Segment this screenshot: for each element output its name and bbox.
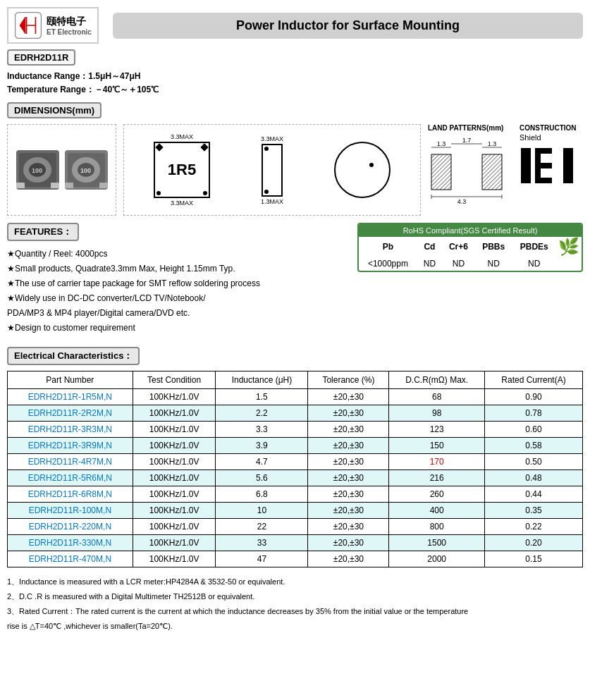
cell-part-number: EDRH2D11R-2R2M,N xyxy=(8,405,133,422)
cell-part-number: EDRH2D11R-3R9M,N xyxy=(8,438,133,454)
cell-tolerance: ±20,±30 xyxy=(308,389,389,405)
cell-part-number: EDRH2D11R-100M,N xyxy=(8,503,133,519)
land-construction-area: LAND PATTERNS(mm) xyxy=(428,124,583,213)
cell-part-number: EDRH2D11R-470M,N xyxy=(8,551,133,567)
rohs-col-header: Pb xyxy=(359,237,417,257)
cell-inductance: 33 xyxy=(216,535,308,551)
note-item: 3、Rated Current：The rated current is the… xyxy=(7,604,583,619)
notes-section: 1、Inductance is measured with a LCR mete… xyxy=(7,575,583,634)
land-patterns: LAND PATTERNS(mm) xyxy=(428,124,517,213)
cell-dcr: 800 xyxy=(389,519,485,535)
feature-item: ★Design to customer requirement xyxy=(7,321,350,336)
cell-part-number: EDRH2D11R-1R5M,N xyxy=(8,389,133,405)
cell-test-condition: 100KHz/1.0V xyxy=(133,389,216,405)
logo-cn: 颐特电子 xyxy=(47,16,92,28)
land-patterns-label: LAND PATTERNS(mm) xyxy=(428,124,517,132)
cell-inductance: 47 xyxy=(216,551,308,567)
cell-part-number: EDRH2D11R-4R7M,N xyxy=(8,454,133,470)
cell-test-condition: 100KHz/1.0V xyxy=(133,438,216,454)
inductance-range: Inductance Range：1.5μH～47μH xyxy=(7,70,583,83)
rect-dot-bl xyxy=(264,190,269,194)
logo: 颐特电子 ET Electronic xyxy=(7,7,99,44)
cell-test-condition: 100KHz/1.0V xyxy=(133,470,216,486)
cell-rated-current: 0.44 xyxy=(485,486,583,503)
cell-test-condition: 100KHz/1.0V xyxy=(133,551,216,567)
corner-diamond-tr xyxy=(200,144,208,152)
table-col-header: Tolerance (%) xyxy=(308,372,389,389)
cell-tolerance: ±20,±30 xyxy=(308,503,389,519)
cell-inductance: 3.9 xyxy=(216,438,308,454)
corner-diamond-tl xyxy=(155,144,163,152)
circle-diagram: 4.4MAX xyxy=(334,142,391,198)
svg-rect-14 xyxy=(99,183,108,188)
construction-symbol xyxy=(520,145,576,187)
page-title: Power Inductor for Surface Mounting xyxy=(113,13,583,39)
svg-rect-31 xyxy=(535,163,552,168)
part-number-box: EDRH2D11R xyxy=(7,49,75,66)
feature-item: ★Quantity / Reel: 4000pcs xyxy=(7,247,350,262)
cell-dcr: 123 xyxy=(389,422,485,438)
feature-item: PDA/MP3 & MP4 player/Digital camera/DVD … xyxy=(7,306,350,321)
construction-label: CONSTRUCTION xyxy=(520,124,583,132)
cell-rated-current: 0.15 xyxy=(485,551,583,567)
cell-dcr: 400 xyxy=(389,503,485,519)
dimensions-area: 100 100 3.3MAX xyxy=(7,124,583,216)
cell-rated-current: 0.35 xyxy=(485,503,583,519)
rect-diagram-container: 3.3MAX 1.3MAX xyxy=(261,135,283,205)
cell-part-number: EDRH2D11R-3R3M,N xyxy=(8,422,133,438)
cell-test-condition: 100KHz/1.0V xyxy=(133,486,216,503)
cell-rated-current: 0.20 xyxy=(485,535,583,551)
cell-inductance: 22 xyxy=(216,519,308,535)
circle-diagram-container: 4.4MAX xyxy=(334,142,391,198)
cell-rated-current: 0.50 xyxy=(485,454,583,470)
cell-rated-current: 0.58 xyxy=(485,438,583,454)
cell-rated-current: 0.78 xyxy=(485,405,583,422)
temperature-range: Temperature Range：－40℃～＋105℃ xyxy=(7,83,583,97)
cell-tolerance: ±20,±30 xyxy=(308,470,389,486)
cell-dcr: 98 xyxy=(389,405,485,422)
cell-rated-current: 0.90 xyxy=(485,389,583,405)
rohs-table: PbCdCr+6PBBsPBDEs🌿 <1000ppmNDNDNDND xyxy=(359,237,582,271)
feature-item: ★Widely use in DC-DC converter/LCD TV/No… xyxy=(7,291,350,306)
cell-part-number: EDRH2D11R-330M,N xyxy=(8,535,133,551)
svg-rect-28 xyxy=(521,148,531,183)
inductor-photo-2: 100 xyxy=(63,149,109,191)
note-item: 1、Inductance is measured with a LCR mete… xyxy=(7,575,583,589)
logo-icon xyxy=(14,11,42,39)
inductance-range-label: Inductance Range： xyxy=(7,71,88,81)
cell-test-condition: 100KHz/1.0V xyxy=(133,519,216,535)
table-row: EDRH2D11R-5R6M,N100KHz/1.0V5.6±20,±30216… xyxy=(8,470,583,486)
circle-dot xyxy=(369,163,374,167)
cell-tolerance: ±20,±30 xyxy=(308,486,389,503)
rohs-col-header: PBBs xyxy=(475,237,512,257)
corner-dot-bl xyxy=(156,191,161,195)
cell-tolerance: ±20,±30 xyxy=(308,535,389,551)
cell-tolerance: ±20,±30 xyxy=(308,551,389,567)
cell-test-condition: 100KHz/1.0V xyxy=(133,535,216,551)
table-row: EDRH2D11R-220M,N100KHz/1.0V22±20,±308000… xyxy=(8,519,583,535)
cell-inductance: 3.3 xyxy=(216,422,308,438)
electrical-table: Part NumberTest ConditionInductance (μH)… xyxy=(7,371,583,567)
svg-rect-17 xyxy=(482,154,502,190)
construction: CONSTRUCTION Shield xyxy=(520,124,583,213)
feature-item: ★The use of carrier tape package for SMT… xyxy=(7,276,350,291)
rohs-col-header: Cr+6 xyxy=(442,237,475,257)
specs-section: Inductance Range：1.5μH～47μH Temperature … xyxy=(7,70,583,97)
svg-rect-7 xyxy=(51,183,59,188)
cell-rated-current: 0.48 xyxy=(485,470,583,486)
cell-inductance: 2.2 xyxy=(216,405,308,422)
svg-text:1.3: 1.3 xyxy=(437,140,446,147)
dim-1-3max-label: 1.3MAX xyxy=(261,198,283,205)
table-col-header: Rated Current(A) xyxy=(485,372,583,389)
table-col-header: Inductance (μH) xyxy=(216,372,308,389)
logo-text: 颐特电子 ET Electronic xyxy=(47,16,92,36)
note-item: 2、D.C .R is measured with a Digital Mult… xyxy=(7,589,583,604)
svg-text:100: 100 xyxy=(80,167,91,174)
table-col-header: Part Number xyxy=(8,372,133,389)
cell-inductance: 10 xyxy=(216,503,308,519)
features-label: FEATURES： xyxy=(7,223,79,241)
dimensions-label: DIMENSIONS(mm) xyxy=(7,102,102,118)
svg-text:100: 100 xyxy=(32,167,42,174)
table-row: EDRH2D11R-2R2M,N100KHz/1.0V2.2±20,±30980… xyxy=(8,405,583,422)
svg-text:1.7: 1.7 xyxy=(462,137,472,144)
